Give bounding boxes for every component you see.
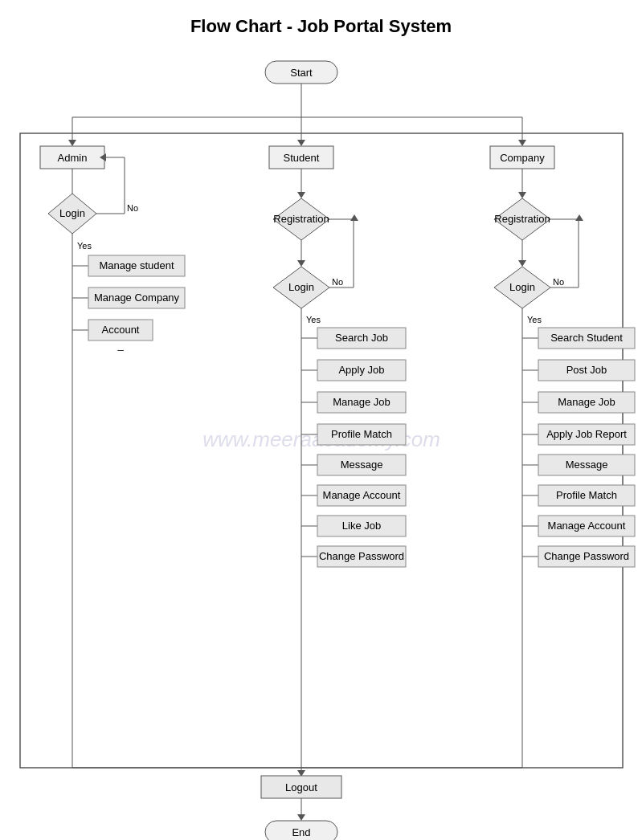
company-manage-job-label: Manage Job <box>558 396 615 408</box>
search-student-label: Search Student <box>550 332 623 344</box>
student-login-label: Login <box>288 281 314 293</box>
svg-marker-63 <box>297 814 305 821</box>
svg-marker-23 <box>350 214 358 221</box>
search-job-label: Search Job <box>335 332 388 344</box>
svg-marker-1 <box>68 140 76 146</box>
apply-job-label: Apply Job <box>338 364 384 376</box>
svg-marker-36 <box>518 140 526 146</box>
svg-marker-20 <box>297 260 305 267</box>
end-label: End <box>292 826 310 838</box>
svg-marker-18 <box>297 192 305 198</box>
company-profile-match-label: Profile Match <box>556 489 617 501</box>
start-label: Start <box>290 67 313 79</box>
page: Flow Chart - Job Portal System www.meera… <box>0 0 642 840</box>
student-manage-job-label: Manage Job <box>333 396 391 408</box>
admin-underscore: _ <box>117 339 124 351</box>
student-yes-label: Yes <box>306 315 321 324</box>
company-yes-label: Yes <box>527 315 542 324</box>
company-manage-account-label: Manage Account <box>548 520 626 532</box>
company-registration-label: Registration <box>494 213 550 225</box>
company-message-label: Message <box>566 459 608 471</box>
like-job-label: Like Job <box>342 520 381 532</box>
flowchart: www.meeraacademy.com Start Admin Login <box>8 53 635 840</box>
page-title: Flow Chart - Job Portal System <box>8 16 634 37</box>
company-label: Company <box>500 152 545 164</box>
student-label: Student <box>284 152 320 164</box>
flowchart-svg: www.meeraacademy.com Start Admin Login <box>8 53 635 840</box>
manage-student-label: Manage student <box>99 259 174 271</box>
student-no-label: No <box>332 277 343 287</box>
company-change-password-label: Change Password <box>544 550 629 562</box>
svg-marker-43 <box>575 214 583 221</box>
admin-account-label: Account <box>102 324 140 336</box>
student-manage-account-label: Manage Account <box>323 489 401 501</box>
student-change-password-label: Change Password <box>319 550 404 562</box>
admin-login-label: Login <box>59 207 85 219</box>
company-login-label: Login <box>509 281 535 293</box>
student-message-label: Message <box>341 459 383 471</box>
admin-label: Admin <box>58 152 88 164</box>
post-job-label: Post Job <box>566 364 607 376</box>
svg-marker-38 <box>518 192 526 198</box>
svg-marker-16 <box>297 140 305 146</box>
manage-company-label: Manage Company <box>94 292 180 304</box>
admin-yes-label: Yes <box>77 241 92 251</box>
svg-marker-40 <box>518 260 526 267</box>
admin-no-label: No <box>127 203 138 213</box>
logout-label: Logout <box>285 781 317 793</box>
student-registration-label: Registration <box>273 213 329 225</box>
apply-job-report-label: Apply Job Report <box>546 428 627 440</box>
company-no-label: No <box>553 277 564 287</box>
student-profile-match-label: Profile Match <box>331 428 392 440</box>
